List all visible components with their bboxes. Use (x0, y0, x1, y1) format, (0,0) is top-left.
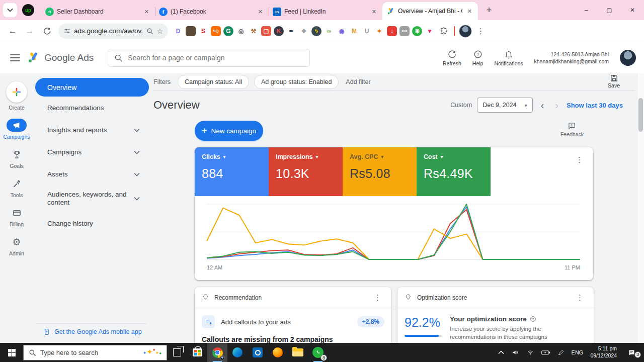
outlook-taskbar-button[interactable] (248, 343, 268, 362)
recommendation-item[interactable]: Add callouts to your ads +2.8% (195, 308, 391, 328)
tab-close-icon[interactable]: ✕ (370, 8, 378, 16)
location-pin-extension-icon[interactable]: ◎ (235, 25, 247, 37)
new-tab-button[interactable]: + (482, 3, 496, 17)
ads-search-box[interactable] (108, 49, 310, 67)
ad-group-status-chip[interactable]: Ad group status: Enabled (254, 75, 339, 89)
d-extension-icon[interactable]: D (172, 25, 184, 37)
tab-search-button[interactable] (3, 3, 17, 17)
rail-item-campaigns[interactable]: Campaigns (3, 119, 30, 140)
tab-close-icon[interactable]: ✕ (256, 8, 265, 16)
rail-item-tools[interactable]: Tools (7, 177, 27, 198)
image-extension-icon[interactable] (186, 26, 196, 36)
metric-clicks[interactable]: Clicks▾884 (195, 147, 269, 196)
save-button[interactable]: Save (608, 74, 620, 88)
hammers-extension-icon[interactable]: ⚒ (248, 25, 260, 37)
forward-button[interactable]: → (22, 24, 37, 39)
help-action[interactable]: ? Help (472, 50, 484, 66)
hidden-icons-chevron[interactable] (498, 350, 504, 354)
tab-close-icon[interactable]: ✕ (465, 7, 474, 16)
close-button[interactable]: ✕ (621, 0, 644, 20)
campaign-status-chip[interactable]: Campaign status: All (178, 75, 249, 89)
reload-button[interactable] (39, 24, 54, 39)
metric-cost[interactable]: Cost▾Rs4.49K (417, 147, 491, 196)
leaf-extension-icon[interactable]: ❋ (412, 26, 422, 36)
minimize-button[interactable]: – (575, 0, 598, 20)
recommendation-menu-icon[interactable]: ⋮ (371, 293, 384, 302)
nav-item-insights-and-reports[interactable]: Insights and reports (35, 119, 149, 141)
nav-item-audiences-keywords-and-content[interactable]: Audiences, keywords, and content (35, 185, 149, 212)
next-date-button[interactable]: › (552, 100, 561, 111)
account-avatar[interactable] (620, 50, 636, 66)
prev-date-button[interactable]: ‹ (538, 100, 547, 111)
dot-extension-icon[interactable]: ◉ (336, 25, 348, 37)
language-indicator[interactable]: ENG (572, 349, 584, 355)
rail-item-create[interactable]: Create (6, 81, 27, 111)
zoom-icon[interactable] (146, 28, 153, 35)
nav-item-assets[interactable]: Assets (35, 163, 149, 185)
metric-impressions[interactable]: Impressions▾10.3K (269, 147, 343, 196)
new-campaign-button[interactable]: + New campaign (195, 121, 263, 141)
feedback-button[interactable]: Feedback (560, 122, 584, 137)
nav-item-recommendations[interactable]: Recommendations (35, 97, 149, 119)
notifications-action[interactable]: Notifications (494, 50, 523, 66)
file-explorer-button[interactable] (288, 343, 308, 362)
refresh-action[interactable]: Refresh (443, 50, 461, 66)
browser-tab[interactable]: f(1) Facebook✕ (155, 3, 269, 20)
link-extension-icon[interactable]: ∞ (323, 25, 335, 37)
back-button[interactable]: ← (5, 24, 20, 39)
grammarly-extension-icon[interactable]: G (223, 26, 233, 36)
add-filter-button[interactable]: Add filter (346, 78, 370, 85)
rail-item-goals[interactable]: Goals (7, 148, 27, 169)
browser-menu-icon[interactable]: ⋮ (474, 27, 488, 36)
tab-close-icon[interactable]: ✕ (142, 8, 151, 16)
downloader-extension-icon[interactable]: ↓ (387, 26, 397, 36)
pointer-extension-icon[interactable]: ✦ (373, 25, 385, 37)
page-scrollbar[interactable] (637, 73, 644, 343)
upwork-profile-icon[interactable]: up (22, 4, 34, 16)
firefox-taskbar-button[interactable] (268, 343, 288, 362)
nav-item-overview[interactable]: Overview (35, 78, 149, 97)
funnel-extension-icon[interactable]: ▼ (424, 25, 436, 37)
help-circle-icon[interactable]: ? (530, 316, 536, 322)
screen-extension-icon[interactable]: ▢ (261, 26, 271, 36)
notification-center-button[interactable]: 3 (624, 349, 639, 356)
date-picker[interactable]: Dec 9, 2024 ▾ (477, 98, 532, 113)
chrome-taskbar-button[interactable] (207, 343, 227, 362)
nav-item-campaigns[interactable]: Campaigns (35, 141, 149, 163)
code-extension-icon[interactable]: </> (399, 26, 410, 36)
keywords-extension-icon[interactable]: K (274, 26, 284, 36)
bolt-extension-icon[interactable]: ϟ (311, 26, 321, 36)
whatsapp-taskbar-button[interactable]: 8 (308, 343, 328, 362)
taskbar-search[interactable]: Type here to search ✦✦●✦● (23, 345, 167, 360)
wifi-icon[interactable] (526, 349, 534, 356)
hamburger-menu-icon[interactable] (10, 54, 20, 61)
pen-icon[interactable] (557, 349, 565, 356)
edge-taskbar-button[interactable] (227, 343, 248, 362)
eyedropper-extension-icon[interactable]: ✒ (285, 25, 297, 37)
sq-extension-icon[interactable]: SQ (211, 26, 221, 36)
battery-icon[interactable] (541, 349, 550, 355)
browser-tab[interactable]: Overview - Amjad Bhi - Google✕ (382, 2, 478, 20)
browser-tab[interactable]: fiSeller Dashboard✕ (41, 3, 155, 20)
volume-icon[interactable] (511, 349, 519, 356)
scrollbar-thumb[interactable] (638, 98, 643, 132)
extensions-puzzle-icon[interactable] (439, 27, 448, 36)
bookmark-star-icon[interactable]: ☆ (156, 27, 163, 35)
site-info-icon[interactable] (63, 27, 71, 35)
start-button[interactable] (0, 343, 23, 362)
mobile-app-link[interactable]: Get the Google Ads mobile app (43, 328, 142, 336)
task-view-button[interactable] (167, 343, 187, 362)
optimization-menu-icon[interactable]: ⋮ (573, 293, 587, 302)
rail-item-admin[interactable]: ⚙Admin (7, 235, 27, 256)
microsoft-store-button[interactable] (187, 343, 207, 362)
google-ads-logo[interactable]: Google Ads (27, 52, 94, 64)
shield-extension-icon[interactable]: ❖ (298, 25, 310, 37)
url-text[interactable]: ads.google.com/aw/ov... (74, 27, 143, 35)
rail-item-billing[interactable]: Billing (7, 206, 27, 227)
browser-tab[interactable]: inFeed | LinkedIn✕ (269, 3, 382, 20)
ads-search-input[interactable] (128, 54, 303, 62)
u-extension-icon[interactable]: U (361, 25, 373, 37)
seo-extension-icon[interactable]: S (197, 25, 209, 37)
maximize-button[interactable]: ▢ (598, 0, 621, 20)
m-extension-icon[interactable]: M (348, 25, 360, 37)
